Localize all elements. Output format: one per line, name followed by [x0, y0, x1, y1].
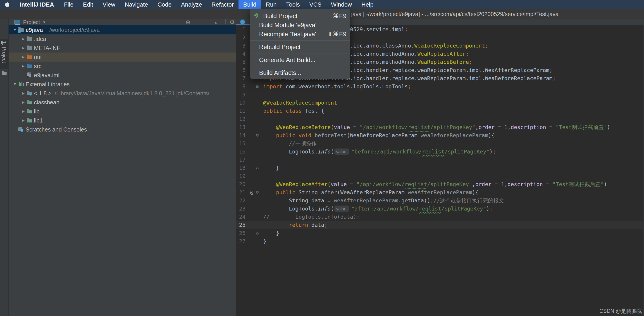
locate-file-icon[interactable]: ⊕ [186, 19, 190, 25]
fold-close-icon[interactable] [253, 164, 261, 172]
line-number[interactable]: 4 [236, 50, 246, 58]
code-line[interactable]: 11public class Test { [236, 107, 644, 115]
code-line[interactable]: 24// LogTools.info(data); [236, 213, 644, 221]
code-line[interactable]: 15 //一顿操作 [236, 140, 644, 148]
chevron-down-icon[interactable]: ▾ [43, 20, 45, 25]
menu-item-intellij-idea[interactable]: IntelliJ IDEA [14, 0, 59, 9]
editor-scrollbar[interactable] [643, 25, 644, 316]
line-number[interactable]: 8 [236, 82, 246, 90]
line-number[interactable]: 21 [236, 188, 246, 196]
line-number[interactable]: 6 [236, 66, 246, 74]
tree-collapsed-arrow-icon[interactable]: ▶ [20, 37, 26, 41]
active-tab-underline[interactable] [236, 24, 250, 25]
tree-expanded-arrow-icon[interactable]: ▼ [12, 82, 18, 86]
tree-item-out[interactable]: ▶out [8, 52, 236, 62]
line-number[interactable]: 26 [236, 229, 246, 237]
line-number[interactable]: 5 [236, 58, 246, 66]
menu-item-code[interactable]: Code [153, 0, 176, 9]
line-number[interactable]: 7 [236, 74, 246, 82]
line-number[interactable]: 24 [236, 213, 246, 221]
code-line[interactable]: 21@ public String after(WeaAfterReplaceP… [236, 188, 644, 196]
line-number[interactable]: 2 [236, 34, 246, 42]
tree-collapsed-arrow-icon[interactable]: ▶ [20, 91, 26, 95]
line-number[interactable]: 9 [236, 90, 246, 99]
menu-item-window[interactable]: Window [326, 0, 356, 9]
line-number[interactable]: 20 [236, 180, 246, 188]
line-number[interactable]: 10 [236, 99, 246, 107]
apple-icon[interactable] [0, 2, 14, 8]
menu-item-navigate[interactable]: Navigate [120, 0, 153, 9]
line-number[interactable]: 18 [236, 164, 246, 172]
tree-item-idea[interactable]: ▶.idea [8, 34, 236, 44]
line-number[interactable]: 25 [236, 221, 246, 229]
line-number[interactable]: 17 [236, 156, 246, 164]
menu-item-run[interactable]: Run [261, 0, 282, 9]
code-line[interactable]: 12 [236, 115, 644, 123]
line-number[interactable]: 1 [236, 25, 246, 34]
code-line[interactable]: 13 @WeaReplaceBefore(value = "/api/workf… [236, 123, 644, 131]
code-line[interactable]: 27} [236, 237, 644, 246]
fold-imp-icon[interactable] [253, 82, 261, 90]
line-number[interactable]: 23 [236, 205, 246, 213]
line-number[interactable]: 12 [236, 115, 246, 123]
collapse-all-icon[interactable]: ▲ [214, 19, 218, 25]
tree-item-classbean[interactable]: ▶classbean [8, 98, 236, 107]
code-line[interactable]: 8import com.weaverboot.tools.logTools.Lo… [236, 82, 644, 90]
line-number[interactable]: 3 [236, 42, 246, 50]
tree-collapsed-arrow-icon[interactable]: ▶ [20, 55, 26, 59]
tree-item-lib[interactable]: ▶lib [8, 107, 236, 116]
menu-item-vcs[interactable]: VCS [304, 0, 326, 9]
tree-item-external-libraries[interactable]: ▼External Libraries [8, 80, 236, 89]
menu-item-view[interactable]: View [98, 0, 120, 9]
line-number[interactable]: 27 [236, 237, 246, 246]
line-number[interactable]: 16 [236, 148, 246, 156]
tree-item-src[interactable]: ▶src [8, 62, 236, 70]
menu-item-analyze[interactable]: Analyze [176, 0, 207, 9]
line-number[interactable]: 13 [236, 123, 246, 131]
tree-item-e9java[interactable]: ▼e9java~/work/project/e9java [8, 25, 236, 34]
build-menu-item-build-artifacts[interactable]: Build Artifacts... [250, 68, 350, 78]
menu-item-build[interactable]: Build [238, 0, 261, 9]
tree-collapsed-arrow-icon[interactable]: ▶ [20, 100, 26, 104]
code-line[interactable]: 23 LogTools.info(value:"after:/api/workf… [236, 205, 644, 213]
tree-item-meta-inf[interactable]: ▶META-INF [8, 44, 236, 52]
build-menu-item-generate-ant-build[interactable]: Generate Ant Build... [250, 56, 350, 64]
tree-collapsed-arrow-icon[interactable]: ▶ [20, 46, 26, 50]
tree-collapsed-arrow-icon[interactable]: ▶ [20, 64, 26, 68]
menu-item-tools[interactable]: Tools [281, 0, 304, 9]
tree-item-1-8[interactable]: ▶< 1.8 >/Library/Java/JavaVirtualMachine… [8, 89, 236, 98]
code-line[interactable]: 25 return data; [236, 221, 644, 229]
code-line[interactable]: 19 [236, 172, 644, 180]
tree-item-scratches-and-consoles[interactable]: Scratches and Consoles [8, 125, 236, 134]
fold-open-icon[interactable] [253, 131, 261, 140]
build-menu-item-build-project[interactable]: Build Project⌘F9 [250, 12, 350, 20]
code-line[interactable]: 26 } [236, 229, 644, 237]
line-number[interactable]: 22 [236, 196, 246, 205]
code-line[interactable]: 9 [236, 90, 644, 99]
code-line[interactable]: 14 public void beforeTest(WeaBeforeRepla… [236, 131, 644, 140]
tree-collapsed-arrow-icon[interactable]: ▶ [20, 109, 26, 114]
menu-item-refactor[interactable]: Refactor [207, 0, 238, 9]
gear-icon[interactable]: ⚙ [230, 19, 235, 25]
code-line[interactable]: 22 String data = weaAfterReplaceParam.ge… [236, 196, 644, 205]
menu-item-help[interactable]: Help [356, 0, 378, 9]
line-number[interactable]: 11 [236, 107, 246, 115]
code-line[interactable]: 20 @WeaReplaceAfter(value = "/api/workfl… [236, 180, 644, 188]
code-line[interactable]: 16 LogTools.info(value:"before:/api/work… [236, 148, 644, 156]
line-number[interactable]: 15 [236, 140, 246, 148]
tree-expanded-arrow-icon[interactable]: ▼ [12, 28, 18, 32]
project-panel-title[interactable]: Project [23, 19, 40, 25]
line-number[interactable]: 14 [236, 131, 246, 140]
build-menu-item-build-module-e9java[interactable]: Build Module 'e9java' [250, 20, 350, 30]
tool-window-tab-label[interactable]: 1: Project [1, 41, 7, 63]
line-number[interactable]: 19 [236, 172, 246, 180]
fold-close-icon[interactable] [253, 229, 261, 237]
code-line[interactable]: 10@WeaIocReplaceComponent [236, 99, 644, 107]
build-menu-item-rebuild-project[interactable]: Rebuild Project [250, 42, 350, 52]
tree-item-lib1[interactable]: ▶lib1 [8, 116, 236, 125]
code-line[interactable]: 17 [236, 156, 644, 164]
menu-item-edit[interactable]: Edit [78, 0, 98, 9]
menu-item-file[interactable]: File [59, 0, 78, 9]
build-menu-item-recompile-test-java[interactable]: Recompile 'Test.java'⇧⌘F9 [250, 30, 350, 39]
fold-open-icon[interactable] [253, 188, 261, 196]
